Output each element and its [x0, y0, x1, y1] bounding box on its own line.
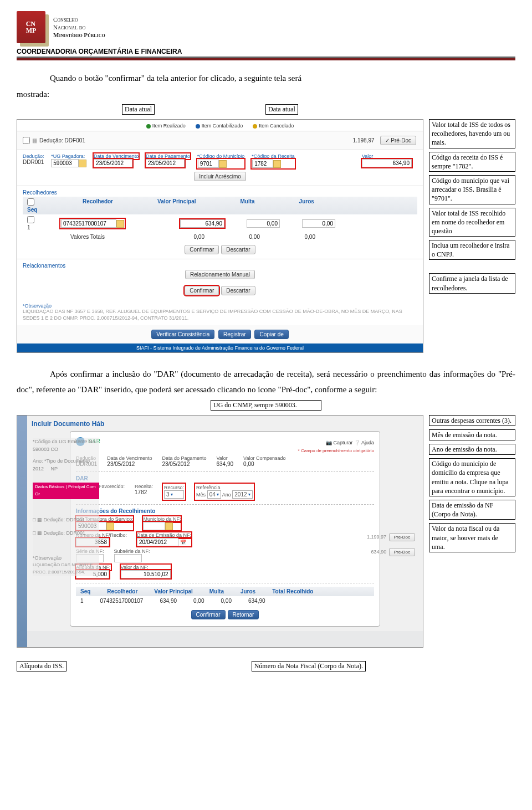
r2-rec: 07432517000107: [100, 598, 144, 604]
l-valorcomp: Valor Compensado: [243, 455, 285, 461]
confirmar-rel-button[interactable]: Confirmar: [185, 286, 219, 295]
status-contabilizado: Item Contabilizado: [196, 123, 243, 129]
bg-ded2-tot: 634,90: [371, 549, 387, 555]
input-codmun[interactable]: [198, 160, 219, 168]
vt-juros: 0,00: [282, 234, 315, 240]
bg-tipo-v: NP: [51, 466, 58, 471]
bg-tipo-l: *Tipo de Documento: [44, 458, 90, 464]
input-valor[interactable]: [362, 159, 412, 167]
input-row-juros[interactable]: [302, 219, 335, 228]
select-mes[interactable]: 04▾: [207, 490, 221, 499]
l-dataem: Data de Emissão da NF:: [137, 532, 191, 538]
input-valnf[interactable]: [121, 570, 171, 578]
search-icon[interactable]: [116, 220, 124, 228]
screenshot-2: Incluir Documento Háb DAR 📷 Capturar ❔ A…: [17, 415, 423, 648]
input-datavenc[interactable]: [94, 159, 132, 167]
bg-obs-l: *Observação: [33, 554, 99, 562]
intro-paragraph: Quando o botão "confirmar" da tela anter…: [17, 70, 515, 102]
r2-tot: 634,90: [248, 598, 265, 604]
vt-vp: 0,00: [160, 234, 204, 240]
registrar-button[interactable]: Registrar: [218, 330, 251, 339]
input-row-multa[interactable]: [247, 219, 280, 228]
tbl-row-check[interactable]: [27, 216, 34, 223]
label-deducao: Dedução:: [23, 153, 44, 159]
l-subserie: Subsérie da NF:: [114, 548, 150, 554]
bg-codug-v: 590003: [33, 447, 49, 452]
hdr-juros: Juros: [299, 198, 314, 213]
select-ano[interactable]: 2012▾: [232, 490, 252, 499]
ded-checkbox[interactable]: [23, 137, 30, 144]
annot-data-emissao-nf: Data de emissão da NF (Corpo da Nota).: [429, 500, 515, 520]
input-munnf[interactable]: [143, 522, 165, 530]
hdr-seq: Seq: [27, 207, 37, 213]
l-datapag2: Data do Pagamento: [162, 455, 206, 461]
bg-ded2: Dedução: DDR001: [43, 530, 85, 536]
select-recurso[interactable]: 3▾: [164, 490, 184, 499]
search-icon[interactable]: [106, 522, 114, 530]
retornar-modal-button[interactable]: Retornar: [228, 610, 259, 619]
t2-tot: Total Recolhido: [272, 588, 313, 594]
annot-ano-emissao: Ano de emissão da nota.: [429, 444, 515, 455]
campo-obrig: * Campo de preenchimento obrigatório: [76, 448, 374, 453]
v-valor2: 634,90: [216, 461, 233, 467]
sidebar-strip: [17, 416, 27, 647]
v-valorcomp: 0,00: [243, 461, 285, 467]
annot-confirme-janela: Confirme a janela da lista de recolhedor…: [429, 273, 515, 293]
l-ano: Ano: [222, 492, 231, 498]
r2-seq: 1: [80, 598, 84, 604]
row-seq: 1: [27, 224, 30, 230]
org-line2: Nacional do: [53, 23, 105, 31]
siafi-footer: SIAFI - Sistema Integrado de Administraç…: [17, 344, 423, 352]
ded-total: 1.198,97: [353, 137, 375, 143]
input-datapag[interactable]: [146, 159, 185, 167]
t2-vp: Valor Principal: [154, 588, 192, 594]
status-realizado: Item Realizado: [146, 123, 186, 129]
intro-text: Quando o botão "confirmar" da tela anter…: [50, 74, 301, 83]
l-recurso: Recurso:: [164, 485, 184, 490]
label-codmun: *Código do Município: [197, 153, 245, 159]
bg-ded1-tot: 1.199,97: [367, 534, 386, 540]
input-cnpj[interactable]: [61, 219, 116, 228]
confirmar-modal-button[interactable]: Confirmar: [191, 610, 226, 619]
input-codrec[interactable]: [252, 160, 273, 168]
label-obs: *Observação: [23, 303, 417, 309]
search-icon[interactable]: [165, 522, 173, 530]
descartar-rel-button[interactable]: Descartar: [221, 286, 255, 295]
r2-multa: 0,00: [193, 598, 204, 604]
status-cancelado: Item Cancelado: [253, 123, 294, 129]
incluir-acrescimo-button[interactable]: Incluir Acréscimo: [194, 172, 246, 181]
input-subserie[interactable]: [114, 554, 142, 562]
bg-predoc-btn[interactable]: Pré-Doc: [389, 533, 415, 541]
paragraph-2: Após confirmar a inclusão do "DAR" (docu…: [17, 366, 515, 398]
input-dataem[interactable]: [137, 538, 178, 546]
l-mes: Mês: [196, 492, 206, 498]
annot-valor-recolhedor: Valor total de ISS recolhido em nome do …: [429, 208, 515, 237]
obs-text: LIQUIDAÇÃO DAS NF 3657 E 3658, REF. ALUG…: [23, 309, 417, 321]
capturar-link[interactable]: 📷 Capturar: [326, 440, 353, 445]
ajuda-link[interactable]: ❔ Ajuda: [354, 440, 374, 445]
tbl-check-all[interactable]: [27, 198, 34, 206]
bg-predoc-btn2[interactable]: Pré-Doc: [389, 548, 415, 556]
confirmar-recolhedores-button[interactable]: Confirmar: [185, 245, 219, 254]
predoc-button[interactable]: ✓ Pré-Doc: [380, 136, 416, 145]
search-icon[interactable]: [219, 160, 227, 168]
bg-tabs[interactable]: Dados Básicos | Principal Com Or: [33, 483, 99, 499]
descartar-recolhedores-button[interactable]: Descartar: [221, 245, 255, 254]
copiar-button[interactable]: Copiar de: [254, 330, 288, 339]
dar-section-title: DAR: [76, 475, 374, 481]
input-row-vp[interactable]: [180, 219, 224, 228]
l-valor2: Valor: [216, 455, 233, 461]
label-codrec: *Código da Receita: [252, 153, 295, 159]
relacionamento-manual-button[interactable]: Relacionamento Manual: [185, 270, 255, 279]
search-icon[interactable]: [273, 160, 281, 168]
search-icon[interactable]: [79, 160, 86, 167]
annot-data-atual-2: Data atual: [265, 104, 298, 115]
annot-valor-total-iss: Valor total de ISS de todos os recolhedo…: [429, 119, 515, 148]
recolhedores-title: Recolhedores: [23, 189, 417, 196]
label-datavenc: Data de Vencimento: [94, 153, 139, 159]
org-line1: Conselho: [53, 16, 105, 23]
value-ddr: DDR001: [23, 159, 44, 165]
annot-codigo-mun-nf: Código do município de domicílio da empr…: [429, 458, 515, 496]
verificar-button[interactable]: Verificar Consistência: [151, 330, 214, 339]
input-ug[interactable]: [51, 159, 79, 167]
